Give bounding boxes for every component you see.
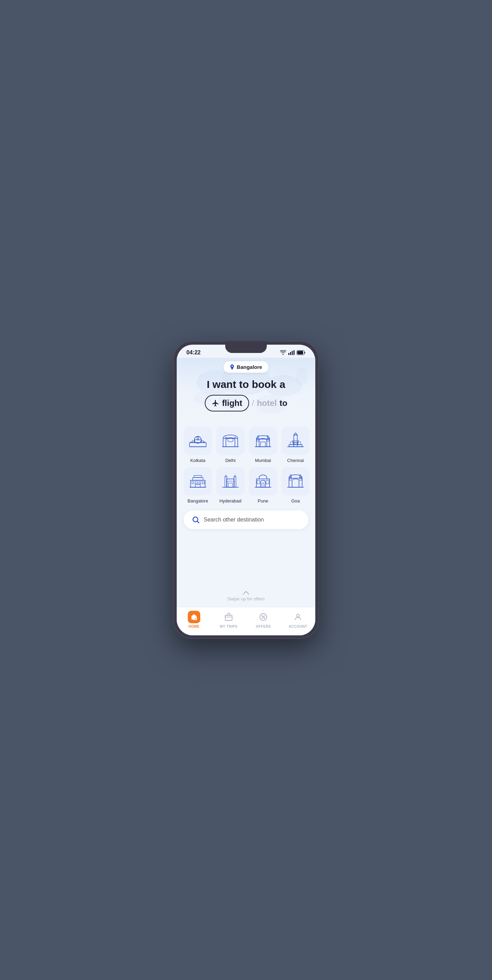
main-content: Kolkata [177, 420, 315, 585]
svg-point-76 [262, 616, 263, 617]
chennai-icon [286, 432, 305, 450]
destination-grid: Kolkata [184, 427, 308, 503]
svg-rect-1 [290, 352, 291, 355]
destination-goa[interactable]: Goa [281, 467, 310, 503]
hero-section: Bangalore I want to book a flight / hote… [177, 358, 315, 420]
hotel-label[interactable]: hotel [257, 398, 276, 408]
pune-label: Pune [258, 498, 268, 503]
nav-item-account[interactable]: ACCOUNT [281, 611, 315, 628]
wifi-icon [280, 350, 286, 355]
mumbai-icon [253, 432, 273, 450]
home-icon-container [188, 611, 200, 623]
flight-pill[interactable]: flight [205, 395, 249, 412]
svg-rect-59 [257, 480, 260, 484]
phone-frame: 04:22 [173, 341, 319, 639]
account-nav-label: ACCOUNT [289, 625, 307, 628]
my-trips-icon-container [222, 611, 235, 623]
svg-rect-63 [289, 478, 302, 487]
svg-rect-56 [228, 483, 233, 487]
bangalore-icon [188, 473, 208, 490]
battery-icon [297, 350, 305, 355]
account-icon [294, 613, 302, 621]
svg-rect-40 [298, 442, 301, 445]
swipe-up-label: Swipe up for offers [227, 596, 265, 601]
pune-icon-box [249, 467, 277, 496]
home-icon [190, 614, 198, 620]
chennai-label: Chennai [287, 458, 304, 463]
goa-icon [286, 473, 305, 490]
bangalore-icon-box [184, 467, 212, 496]
flight-label: flight [222, 398, 243, 408]
svg-rect-43 [193, 477, 203, 480]
mumbai-label: Mumbai [255, 458, 271, 463]
status-icons [280, 350, 305, 355]
destination-bangalore[interactable]: Bangalore [184, 467, 212, 503]
nav-item-offers[interactable]: OFFERS [246, 611, 281, 628]
my-trips-nav-label: MY TRIPS [220, 625, 237, 628]
hyderabad-label: Hyderabad [219, 498, 241, 503]
svg-rect-39 [290, 442, 293, 445]
search-bar[interactable]: Search other destination [184, 511, 308, 529]
svg-rect-34 [294, 435, 297, 447]
destination-kolkata[interactable]: Kolkata [184, 427, 212, 463]
kolkata-label: Kolkata [190, 458, 205, 463]
bangalore-label: Bangalore [187, 498, 208, 503]
home-active-bg [188, 611, 200, 623]
svg-point-77 [264, 618, 265, 619]
location-label: Bangalore [236, 364, 262, 370]
bottom-nav: HOME MY TRIPS [177, 607, 315, 635]
svg-rect-46 [195, 482, 198, 484]
svg-rect-67 [300, 475, 301, 477]
svg-rect-5 [297, 351, 303, 354]
delhi-label: Delhi [225, 458, 236, 463]
svg-rect-0 [288, 353, 289, 355]
goa-icon-box [281, 467, 310, 496]
svg-rect-48 [202, 482, 204, 484]
hyderabad-icon-box [216, 467, 244, 496]
svg-point-78 [297, 614, 299, 617]
svg-rect-36 [292, 441, 299, 442]
svg-rect-3 [294, 350, 294, 355]
svg-rect-47 [199, 482, 201, 484]
chevron-up-icon [243, 591, 249, 595]
account-icon-container [292, 611, 304, 623]
swipe-up[interactable]: Swipe up for offers [177, 585, 315, 607]
status-time: 04:22 [187, 350, 201, 356]
search-icon [192, 516, 200, 523]
signal-icon [288, 350, 294, 355]
destination-chennai[interactable]: Chennai [281, 427, 310, 463]
svg-line-70 [198, 522, 199, 523]
location-icon [230, 364, 235, 370]
home-nav-label: HOME [188, 625, 200, 628]
kolkata-icon [188, 432, 208, 450]
offers-icon [259, 613, 267, 621]
offers-icon-container [257, 611, 270, 623]
svg-rect-22 [223, 438, 238, 447]
svg-rect-44 [194, 476, 202, 477]
mumbai-icon-box [249, 427, 277, 455]
location-pill[interactable]: Bangalore [224, 361, 268, 373]
destination-hyderabad[interactable]: Hyderabad [216, 467, 244, 503]
svg-rect-2 [292, 351, 293, 355]
separator: / [252, 399, 254, 408]
nav-item-home[interactable]: HOME [177, 611, 211, 628]
hyderabad-icon [220, 473, 240, 490]
destination-mumbai[interactable]: Mumbai [249, 427, 277, 463]
svg-rect-61 [262, 483, 264, 487]
goa-label: Goa [291, 498, 300, 503]
delhi-icon-box [216, 427, 244, 455]
pune-icon [253, 473, 273, 490]
svg-rect-66 [290, 475, 291, 477]
kolkata-icon-box [184, 427, 212, 455]
svg-rect-28 [260, 442, 265, 447]
destination-pune[interactable]: Pune [249, 467, 277, 503]
delhi-icon [220, 432, 240, 450]
svg-rect-72 [225, 615, 232, 620]
svg-marker-55 [234, 475, 236, 477]
svg-rect-27 [256, 439, 270, 447]
phone-screen: 04:22 [177, 345, 315, 635]
destination-delhi[interactable]: Delhi [216, 427, 244, 463]
svg-rect-49 [195, 484, 200, 487]
notch [225, 341, 267, 353]
nav-item-my-trips[interactable]: MY TRIPS [211, 611, 246, 628]
